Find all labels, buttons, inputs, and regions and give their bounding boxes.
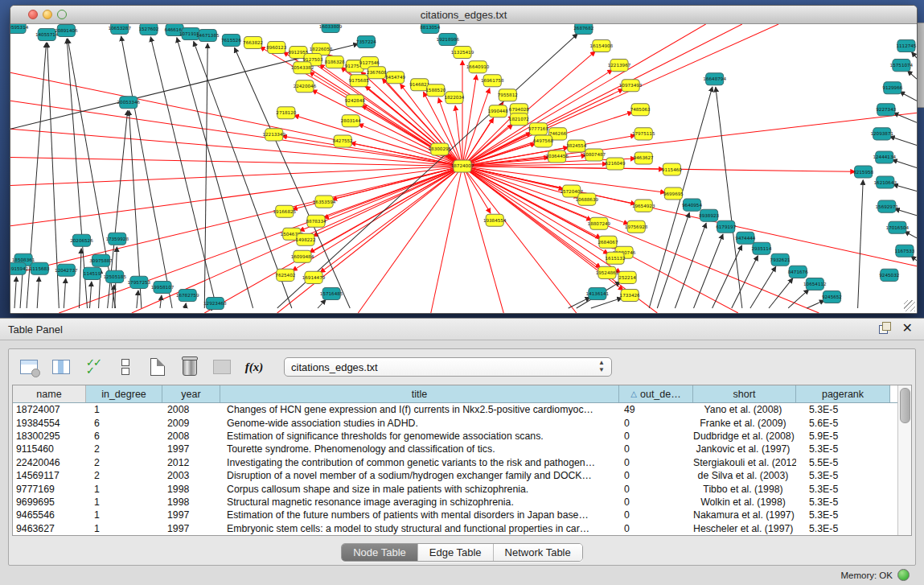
- table-cell[interactable]: 9115460: [13, 443, 86, 455]
- graph-node[interactable]: 19384554: [483, 214, 507, 226]
- table-cell[interactable]: 0: [619, 523, 693, 534]
- graph-edge[interactable]: [14, 277, 16, 308]
- column-header-in_degree[interactable]: in_degree: [86, 385, 162, 402]
- graph-edge[interactable]: [894, 208, 917, 215]
- graph-node[interactable]: 2935114: [751, 242, 771, 254]
- graph-node[interactable]: 9463627: [634, 152, 654, 164]
- window-resize-grip[interactable]: [904, 300, 915, 311]
- graph-node[interactable]: 1822034: [444, 92, 464, 104]
- column-header-pagerank[interactable]: pagerank: [796, 385, 890, 402]
- float-panel-icon[interactable]: [879, 322, 891, 334]
- graph-node[interactable]: 10688639: [576, 193, 599, 205]
- table-row[interactable]: 977716911998Corpus callosum shape and si…: [13, 482, 911, 495]
- graph-node[interactable]: 19756928: [625, 220, 648, 233]
- graph-edge[interactable]: [769, 278, 793, 308]
- graph-node[interactable]: 18724007: [451, 160, 474, 172]
- table-cell[interactable]: 2: [86, 457, 162, 468]
- graph-node[interactable]: 17016504: [886, 221, 910, 233]
- table-cell[interactable]: Estimation of significance thresholds fo…: [220, 431, 619, 442]
- table-cell[interactable]: 18300295: [13, 431, 86, 442]
- graph-node[interactable]: 1527602: [138, 24, 158, 35]
- graph-node[interactable]: 7932621: [770, 253, 791, 266]
- graph-edge[interactable]: [907, 71, 917, 79]
- graph-node[interactable]: 9474444: [735, 232, 755, 244]
- graph-node[interactable]: 16961758: [481, 75, 504, 87]
- graph-node[interactable]: 9640954: [682, 199, 702, 211]
- graph-node[interactable]: 19958107: [151, 281, 175, 293]
- table-cell[interactable]: Embryonic stem cells: a model to study s…: [220, 523, 619, 534]
- graph-node[interactable]: 11325419: [451, 47, 474, 59]
- column-header-title[interactable]: title: [220, 385, 619, 402]
- graph-node[interactable]: 9129966: [882, 82, 902, 94]
- graph-node[interactable]: 7663822: [243, 37, 263, 49]
- graph-edge[interactable]: [892, 160, 917, 168]
- graph-edge[interactable]: [462, 113, 917, 166]
- table-cell[interactable]: 9465546: [13, 509, 86, 521]
- table-cell[interactable]: 1: [86, 484, 162, 495]
- graph-node[interactable]: 12213349: [262, 129, 285, 141]
- table-cell[interactable]: 5.3E-5: [796, 404, 890, 415]
- table-row[interactable]: 1938455462009Genome-wide association stu…: [13, 416, 911, 429]
- graph-edge[interactable]: [462, 75, 477, 166]
- graph-node[interactable]: 8454749: [385, 72, 405, 84]
- graph-node[interactable]: 3824554: [566, 140, 586, 152]
- graph-edge[interactable]: [807, 300, 824, 308]
- graph-edge[interactable]: [716, 87, 742, 308]
- graph-edge[interactable]: [788, 290, 809, 308]
- graph-edge[interactable]: [462, 166, 856, 171]
- graph-node[interactable]: 16648794: [703, 73, 726, 85]
- table-cell[interactable]: 0: [619, 484, 693, 495]
- table-cell[interactable]: 22420046: [13, 457, 86, 468]
- graph-node[interactable]: 12444134: [873, 151, 896, 163]
- delete-rows-icon[interactable]: [178, 356, 202, 378]
- graph-node[interactable]: 8186328: [325, 56, 345, 68]
- table-cell[interactable]: Changes of HCN gene expression and I(f) …: [220, 404, 619, 415]
- graph-edge[interactable]: [185, 303, 186, 308]
- graph-edge[interactable]: [713, 245, 742, 308]
- table-cell[interactable]: de Silva et al. (2003): [693, 470, 796, 481]
- graph-node[interactable]: 2803144: [341, 115, 361, 127]
- table-cell[interactable]: Franke et al. (2009): [693, 418, 796, 429]
- table-cell[interactable]: Nakamura et al. (1997): [693, 509, 796, 521]
- graph-edge[interactable]: [889, 136, 917, 145]
- column-visibility-icon[interactable]: [49, 356, 73, 378]
- graph-edge[interactable]: [900, 92, 917, 101]
- table-cell[interactable]: Tibbo et al. (1998): [693, 484, 796, 495]
- graph-node[interactable]: 9777169: [528, 123, 548, 135]
- table-cell[interactable]: 0: [619, 431, 693, 442]
- graph-edge[interactable]: [323, 166, 462, 218]
- table-cell[interactable]: Tourette syndrome. Phenomenology and cla…: [220, 443, 619, 455]
- table-cell[interactable]: 1: [86, 523, 162, 534]
- table-cell[interactable]: 1998: [162, 484, 220, 495]
- table-cell[interactable]: Genome-wide association studies in ADHD.: [220, 418, 619, 429]
- table-settings-icon[interactable]: [17, 356, 41, 378]
- close-panel-icon[interactable]: ✕: [902, 323, 913, 334]
- table-cell[interactable]: Yano et al. (2008): [693, 404, 796, 415]
- table-cell[interactable]: 9463627: [13, 523, 86, 534]
- graph-edge[interactable]: [10, 129, 462, 166]
- table-cell[interactable]: 0: [619, 457, 693, 468]
- graph-node[interactable]: 13915942: [10, 262, 28, 274]
- column-header-out_de[interactable]: △out_de…: [619, 385, 693, 402]
- table-row[interactable]: 946554611997Estimation of the future num…: [13, 509, 911, 521]
- graph-node[interactable]: 252214: [618, 271, 636, 283]
- graph-node[interactable]: 19166825: [273, 205, 297, 217]
- graph-edge[interactable]: [657, 212, 689, 308]
- graph-node[interactable]: 1588520: [425, 84, 446, 97]
- scrollbar-thumb[interactable]: [900, 388, 910, 423]
- table-cell[interactable]: 6: [86, 418, 162, 429]
- graph-node[interactable]: 15716485: [320, 287, 343, 299]
- graph-node[interactable]: 1990448: [488, 105, 508, 117]
- graph-node[interactable]: 2718120: [276, 107, 296, 119]
- table-cell[interactable]: 2003: [162, 470, 220, 481]
- graph-node[interactable]: 12093871: [870, 128, 893, 140]
- table-cell[interactable]: 1997: [162, 509, 220, 521]
- zoom-window-button[interactable]: [57, 10, 67, 19]
- graph-node[interactable]: 1112745: [896, 40, 916, 52]
- graph-node[interactable]: 9115460: [662, 163, 682, 175]
- table-cell[interactable]: 6: [86, 431, 162, 442]
- graph-node[interactable]: 12213967: [608, 60, 631, 72]
- table-cell[interactable]: 0: [619, 509, 693, 521]
- graph-node[interactable]: 8471676: [788, 266, 808, 278]
- window-titlebar[interactable]: citations_edges.txt: [10, 6, 917, 24]
